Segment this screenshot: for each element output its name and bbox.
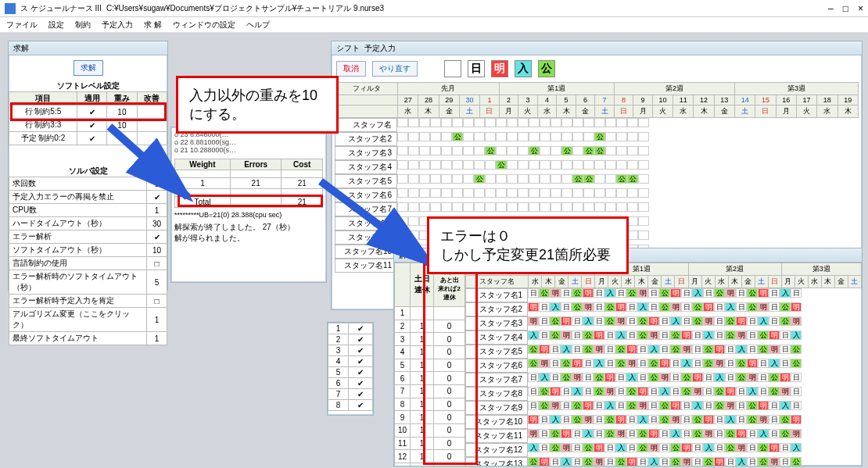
shift-cell[interactable]: [605, 174, 616, 184]
shift-cell[interactable]: 入: [539, 373, 550, 382]
menu-settings[interactable]: 設定: [48, 20, 64, 30]
shift-cell[interactable]: 明: [528, 316, 539, 326]
result-staff-row[interactable]: スタッフ名13公明日入日公明日公明日入日公明日公明日入日公明日公: [465, 457, 862, 466]
shift-cell[interactable]: 明: [736, 443, 747, 452]
shift-cell[interactable]: 公: [791, 359, 802, 368]
shift-cell[interactable]: 日: [736, 387, 747, 396]
shift-cell[interactable]: [441, 160, 452, 170]
shift-cell[interactable]: 日: [670, 359, 681, 368]
shift-cell[interactable]: 公: [648, 359, 659, 368]
shift-cell[interactable]: 入: [670, 429, 681, 438]
checklist-row[interactable]: 3✔: [328, 345, 373, 356]
shift-mei[interactable]: 明: [491, 60, 508, 77]
shift-cell[interactable]: 公: [572, 288, 583, 298]
shift-cell[interactable]: [518, 160, 529, 170]
shift-cell[interactable]: 明: [758, 401, 769, 410]
shift-cell[interactable]: 明: [758, 302, 769, 312]
shift-cell[interactable]: 明: [703, 415, 714, 424]
shift-cell[interactable]: [605, 118, 616, 127]
shift-cell[interactable]: 明: [583, 288, 594, 298]
shift-cell[interactable]: 公: [714, 288, 725, 298]
solver-row[interactable]: ハードタイムアウト（秒）30: [9, 217, 167, 230]
shift-cell[interactable]: [474, 202, 485, 212]
shift-cell[interactable]: 日: [637, 345, 648, 354]
shift-cell[interactable]: [551, 174, 561, 184]
shift-cell[interactable]: [551, 202, 561, 212]
shift-cell[interactable]: 入: [583, 316, 594, 326]
shift-cell[interactable]: [594, 160, 605, 170]
solver-row[interactable]: エラー解析時のソフトタイムアウト（秒）5: [9, 270, 167, 295]
shift-cell[interactable]: 公: [769, 373, 780, 382]
shift-cell[interactable]: 日: [561, 288, 572, 298]
shift-cell[interactable]: 明: [561, 316, 572, 326]
shift-cell[interactable]: 明: [659, 359, 670, 368]
shift-cell[interactable]: [605, 188, 616, 198]
result-staff-row[interactable]: スタッフ名8日公明日入日公明日公明日入日公明日公明日入日公明日: [465, 387, 862, 401]
shift-cell[interactable]: 日: [791, 373, 802, 382]
shift-cell[interactable]: [638, 216, 649, 226]
shift-cell[interactable]: [540, 202, 551, 212]
shift-cell[interactable]: 明: [604, 373, 615, 382]
result-staff-row[interactable]: スタッフ名9日公明日公明日入日公明日公明日入日公明日公明日入日: [465, 401, 862, 415]
shift-cell[interactable]: 日: [725, 457, 736, 466]
shift-cell[interactable]: [529, 174, 540, 184]
shift-cell[interactable]: 日: [572, 443, 583, 452]
shift-cell[interactable]: [529, 118, 540, 127]
shift-cell[interactable]: 公: [604, 316, 615, 326]
shift-cell[interactable]: [638, 118, 649, 127]
shift-cell[interactable]: 公: [604, 415, 615, 424]
shift-cell[interactable]: [616, 146, 627, 155]
shift-cell[interactable]: [430, 146, 441, 155]
shift-cell[interactable]: 日: [791, 387, 802, 396]
shift-cell[interactable]: 日: [648, 415, 659, 424]
shift-cell[interactable]: 日: [626, 302, 637, 312]
shift-cell[interactable]: [605, 132, 616, 141]
shift-cell[interactable]: [638, 146, 649, 155]
shift-cell[interactable]: [627, 160, 638, 170]
shift-cell[interactable]: 日: [714, 429, 725, 438]
shift-cell[interactable]: [463, 174, 474, 184]
shift-cell[interactable]: 日: [780, 359, 791, 368]
shift-cell[interactable]: [572, 146, 583, 155]
shift-cell[interactable]: 公: [637, 429, 648, 438]
shift-cell[interactable]: 公: [529, 146, 540, 155]
shift-cell[interactable]: 日: [681, 288, 692, 298]
shift-cell[interactable]: 日: [594, 316, 604, 326]
shift-cell[interactable]: 明: [670, 302, 681, 312]
shift-cell[interactable]: [594, 118, 605, 127]
shift-cell[interactable]: [474, 160, 485, 170]
shift-cell[interactable]: 日: [725, 359, 736, 368]
shift-cell[interactable]: 入: [550, 302, 561, 312]
shift-cell[interactable]: [452, 160, 463, 170]
shift-cell[interactable]: [419, 132, 430, 141]
shift-cell[interactable]: 入: [648, 457, 659, 466]
shift-cell[interactable]: 公: [780, 302, 791, 312]
menu-help[interactable]: ヘルプ: [246, 20, 270, 30]
shift-cell[interactable]: 公: [474, 174, 485, 184]
shift-cell[interactable]: [452, 188, 463, 198]
shift-cell[interactable]: 日: [769, 302, 780, 312]
shift-cell[interactable]: [540, 132, 551, 141]
shift-cell[interactable]: [583, 118, 594, 127]
solver-row[interactable]: ソフトタイムアウト（秒）10: [9, 244, 167, 257]
solver-row[interactable]: 最終ソフトタイムアウト1: [9, 332, 167, 345]
shift-cell[interactable]: 公: [604, 302, 615, 312]
shift-cell[interactable]: 日: [528, 373, 539, 382]
shift-cell[interactable]: [561, 160, 572, 170]
shift-cell[interactable]: [441, 132, 452, 141]
shift-cell[interactable]: 公: [594, 132, 605, 141]
menu-constraints[interactable]: 制約: [75, 20, 91, 30]
shift-cell[interactable]: [638, 160, 649, 170]
shift-cell[interactable]: [540, 118, 551, 127]
shift-cell[interactable]: 公: [626, 387, 637, 396]
shift-cell[interactable]: 日: [615, 401, 626, 410]
shift-cell[interactable]: 公: [561, 373, 572, 382]
shift-cell[interactable]: [463, 160, 474, 170]
shift-cell[interactable]: 入: [626, 373, 637, 382]
shift-cell[interactable]: [638, 174, 649, 184]
shift-cell[interactable]: [594, 174, 605, 184]
shift-cell[interactable]: 公: [539, 401, 550, 410]
shift-cell[interactable]: [408, 118, 419, 127]
shift-cell[interactable]: 日: [714, 415, 725, 424]
shift-cell[interactable]: 明: [758, 288, 769, 298]
